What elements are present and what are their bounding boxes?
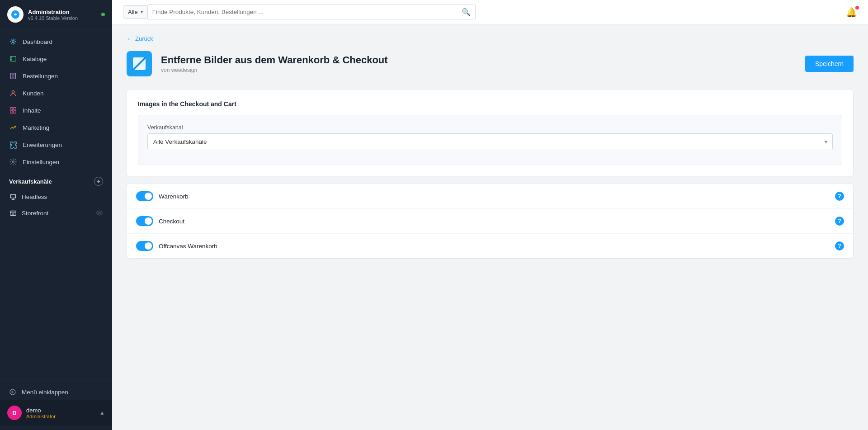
sidebar-item-storefront-label: Storefront <box>22 210 48 217</box>
sidebar-item-marketing[interactable]: Marketing <box>0 119 112 136</box>
filter-chevron-icon: ▾ <box>141 9 143 14</box>
content-icon <box>9 106 17 114</box>
search-input[interactable] <box>152 9 462 15</box>
offcanvas-toggle[interactable] <box>136 241 153 251</box>
dashboard-icon <box>9 38 17 46</box>
collapse-menu-label: Menü einklappen <box>22 389 68 396</box>
svg-rect-5 <box>10 108 13 110</box>
checkout-label: Checkout <box>159 218 830 225</box>
svg-rect-8 <box>14 111 16 113</box>
back-label: Zurück <box>135 35 153 42</box>
svg-rect-7 <box>10 111 13 113</box>
sidebar-nav: Dashboard Kataloge Bestellungen Kunden <box>0 29 112 379</box>
verkaufskanal-label: Verkaufskanal <box>147 124 833 131</box>
eye-icon <box>96 209 103 217</box>
sidebar-item-bestellungen[interactable]: Bestellungen <box>0 67 112 85</box>
svg-rect-6 <box>14 108 16 110</box>
svg-point-1 <box>12 41 14 43</box>
page-content: ← Zurück Entferne Bilder aus dem Warenko… <box>112 24 868 430</box>
svg-point-4 <box>12 91 14 93</box>
headless-icon <box>9 193 17 201</box>
sidebar-item-headless-label: Headless <box>22 194 47 200</box>
sidebar-item-kunden-label: Kunden <box>23 90 44 97</box>
sidebar-item-storefront[interactable]: Storefront <box>0 205 112 221</box>
svg-rect-11 <box>12 213 14 216</box>
extensions-icon <box>9 141 17 149</box>
section-inner: Verkaufskanal Alle Verkaufskanäle ▾ <box>138 115 842 165</box>
sales-channels-section: Verkaufskanäle + <box>0 170 112 189</box>
back-link[interactable]: ← Zurück <box>127 35 854 42</box>
sidebar-item-inhalte[interactable]: Inhalte <box>0 102 112 119</box>
warenkorb-label: Warenkorb <box>159 193 830 200</box>
app-logo <box>7 6 24 23</box>
sales-channels-label: Verkaufskanäle <box>9 178 52 185</box>
warenkorb-help-icon[interactable]: ? <box>835 192 844 201</box>
checkout-cart-section: Images in the Checkout and Cart Verkaufs… <box>127 89 854 176</box>
plugin-logo <box>130 54 149 73</box>
sidebar-item-inhalte-label: Inhalte <box>23 107 41 114</box>
back-arrow-icon: ← <box>127 35 132 42</box>
sidebar: Administration v6.4.10 Stable Version Da… <box>0 0 112 430</box>
warenkorb-toggle[interactable] <box>136 191 153 201</box>
page-header: Entferne Bilder aus dem Warenkorb & Chec… <box>127 51 854 76</box>
svg-point-12 <box>99 212 100 214</box>
add-sales-channel-button[interactable]: + <box>94 177 103 186</box>
sidebar-item-einstellungen-label: Einstellungen <box>23 159 59 165</box>
notification-badge <box>855 6 859 9</box>
notification-bell[interactable]: 🔔 <box>846 7 857 18</box>
search-filter-button[interactable]: Alle ▾ <box>123 5 148 19</box>
page-title: Entferne Bilder aus dem Warenkorb & Chec… <box>161 54 796 66</box>
orders-icon <box>9 72 17 80</box>
save-button[interactable]: Speichern <box>805 56 854 72</box>
sidebar-footer: Menü einklappen D demo Administrator ▲ <box>0 379 112 430</box>
sidebar-item-kataloge-label: Kataloge <box>23 56 47 62</box>
page-subtitle: von weedesign <box>161 67 796 73</box>
svg-point-9 <box>12 161 14 163</box>
toggle-row-warenkorb: Warenkorb ? <box>127 184 853 209</box>
plugin-icon <box>127 51 152 76</box>
sidebar-item-bestellungen-label: Bestellungen <box>23 73 58 80</box>
sidebar-item-erweiterungen-label: Erweiterungen <box>23 142 62 148</box>
settings-icon <box>9 158 17 166</box>
user-avatar: D <box>7 406 22 420</box>
sidebar-item-einstellungen[interactable]: Einstellungen <box>0 153 112 170</box>
sidebar-item-headless[interactable]: Headless <box>0 189 112 205</box>
customers-icon <box>9 89 17 97</box>
section-title: Images in the Checkout and Cart <box>138 100 842 108</box>
user-name: demo <box>26 407 95 414</box>
collapse-menu-button[interactable]: Menü einklappen <box>0 384 112 400</box>
sidebar-item-erweiterungen[interactable]: Erweiterungen <box>0 136 112 153</box>
user-bar[interactable]: D demo Administrator ▲ <box>0 400 112 425</box>
sidebar-item-marketing-label: Marketing <box>23 124 49 131</box>
svg-rect-2 <box>10 57 16 61</box>
search-filter-label: Alle <box>128 9 138 15</box>
verkaufskanal-group: Verkaufskanal Alle Verkaufskanäle ▾ <box>147 124 833 150</box>
sidebar-item-dashboard-label: Dashboard <box>23 38 52 45</box>
offcanvas-help-icon[interactable]: ? <box>835 241 844 250</box>
sidebar-header: Administration v6.4.10 Stable Version <box>0 0 112 29</box>
collapse-icon <box>9 388 16 396</box>
sidebar-item-dashboard[interactable]: Dashboard <box>0 33 112 50</box>
marketing-icon <box>9 123 17 132</box>
app-version: v6.4.10 Stable Version <box>28 15 97 21</box>
user-role: Administrator <box>26 414 95 419</box>
app-title: Administration <box>28 9 97 15</box>
sidebar-item-kataloge[interactable]: Kataloge <box>0 50 112 67</box>
sidebar-item-kunden[interactable]: Kunden <box>0 85 112 102</box>
checkout-help-icon[interactable]: ? <box>835 217 844 226</box>
verkaufskanal-select[interactable]: Alle Verkaufskanäle <box>147 133 833 150</box>
search-submit-button[interactable]: 🔍 <box>462 8 471 16</box>
status-dot <box>101 13 105 16</box>
toggle-row-offcanvas: Offcanvas Warenkorb ? <box>127 234 853 258</box>
toggle-row-checkout: Checkout ? <box>127 209 853 234</box>
catalog-icon <box>9 55 17 63</box>
topbar: Alle ▾ 🔍 🔔 <box>112 0 868 24</box>
search-box: 🔍 <box>148 5 476 19</box>
storefront-icon <box>9 209 17 217</box>
main-content: Alle ▾ 🔍 🔔 ← Zurück <box>112 0 868 430</box>
offcanvas-label: Offcanvas Warenkorb <box>159 243 830 250</box>
user-chevron-icon: ▲ <box>99 410 105 416</box>
checkout-toggle[interactable] <box>136 216 153 226</box>
toggle-card: Warenkorb ? Checkout ? Offcanvas Warenko… <box>127 184 854 259</box>
